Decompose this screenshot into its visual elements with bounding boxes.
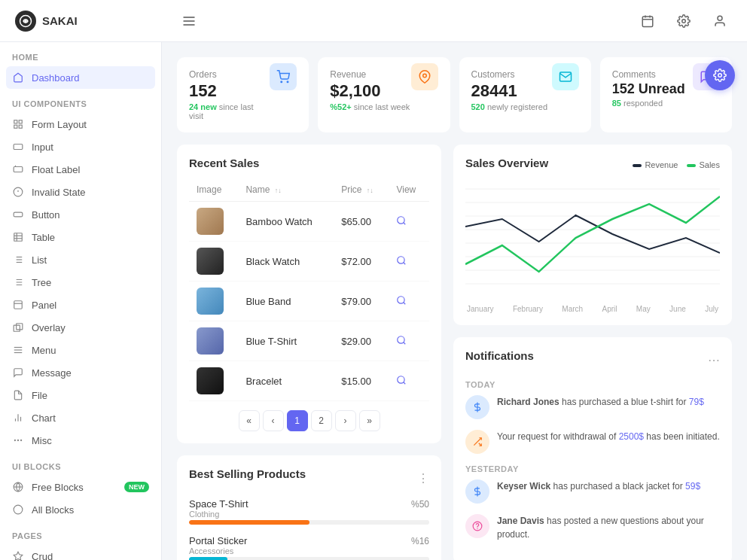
table-icon xyxy=(12,231,24,243)
app-header: SAKAI xyxy=(0,0,747,42)
new-badge: NEW xyxy=(124,482,149,492)
gear-float-button[interactable] xyxy=(705,60,735,90)
sidebar-item-file[interactable]: File xyxy=(0,384,161,406)
svg-point-47 xyxy=(14,505,23,514)
sidebar-item-button[interactable]: Button xyxy=(0,203,161,226)
sidebar-item-invalid-state[interactable]: Invalid State xyxy=(0,181,161,203)
svg-rect-11 xyxy=(14,120,17,123)
hamburger-icon[interactable] xyxy=(177,9,201,33)
sidebar-item-tree[interactable]: Tree xyxy=(0,271,161,294)
notif-avatar-1 xyxy=(465,395,489,419)
product-image xyxy=(197,367,224,394)
svg-point-1 xyxy=(25,20,26,21)
svg-point-42 xyxy=(17,440,18,440)
product-image xyxy=(197,327,224,355)
list-icon xyxy=(12,254,24,266)
notifications-menu[interactable]: ⋯ xyxy=(708,353,720,367)
svg-line-71 xyxy=(404,382,406,384)
sidebar-item-menu[interactable]: Menu xyxy=(0,339,161,361)
x-mar: March xyxy=(562,305,583,313)
view-icon[interactable] xyxy=(396,336,407,348)
calendar-icon[interactable] xyxy=(636,9,660,33)
notifications-title: Notifications xyxy=(465,349,534,362)
sidebar-item-form-layout[interactable]: Form Layout xyxy=(0,113,161,135)
misc-label: Misc xyxy=(32,435,52,446)
revenue-label: Revenue xyxy=(330,69,410,80)
input-icon xyxy=(12,141,24,153)
sidebar-item-list[interactable]: List xyxy=(0,248,161,271)
best-selling-card: Best Selling Products ⋮ Space T-Shirt Cl… xyxy=(177,455,441,560)
invalid-state-label: Invalid State xyxy=(32,187,86,198)
product-price: $65.00 xyxy=(334,202,389,242)
message-icon xyxy=(12,367,24,379)
settings-icon[interactable] xyxy=(672,9,696,33)
sidebar-item-misc[interactable]: Misc xyxy=(0,429,161,452)
overlay-label: Overlay xyxy=(32,322,66,333)
orders-value: 152 xyxy=(189,81,270,101)
sidebar-item-table[interactable]: Table xyxy=(0,226,161,248)
table-row: Bracelet $15.00 xyxy=(189,361,429,401)
sidebar-item-dashboard[interactable]: Dashboard xyxy=(6,66,155,89)
comments-change: 85 responded xyxy=(612,99,685,108)
sidebar-item-chart[interactable]: Chart xyxy=(0,406,161,429)
x-jun: June xyxy=(669,305,686,313)
brand: SAKAI xyxy=(15,11,177,32)
file-icon xyxy=(12,389,24,401)
comments-label: Comments xyxy=(612,69,685,80)
stat-orders: Orders 152 24 new since last visit xyxy=(177,57,309,132)
input-label: Input xyxy=(32,142,53,153)
float-label-label: Float Label xyxy=(32,164,80,175)
misc-icon xyxy=(12,434,24,446)
page-2[interactable]: 2 xyxy=(311,410,332,431)
product-price: $72.00 xyxy=(334,242,389,282)
svg-line-69 xyxy=(404,342,406,344)
sidebar-item-all-blocks[interactable]: All Blocks xyxy=(0,498,161,521)
header-actions xyxy=(636,9,732,33)
button-label: Button xyxy=(32,209,60,221)
view-icon[interactable] xyxy=(396,297,407,308)
product-name: Bamboo Watch xyxy=(238,202,334,242)
sidebar-item-free-blocks[interactable]: Free Blocks NEW xyxy=(0,476,161,498)
product-name: Blue T-Shirt xyxy=(238,321,334,361)
ui-components-label: UI COMPONENTS xyxy=(0,89,161,113)
sidebar-item-crud[interactable]: Crud xyxy=(0,545,161,560)
product-price: $79.00 xyxy=(334,282,389,321)
view-icon[interactable] xyxy=(396,257,407,268)
revenue-change: %52+ since last week xyxy=(330,102,410,111)
progress-fill xyxy=(189,557,227,560)
progress-fill xyxy=(189,520,309,525)
best-selling-menu[interactable]: ⋮ xyxy=(417,471,429,485)
x-may: May xyxy=(636,305,651,313)
product-image xyxy=(197,208,224,235)
profile-icon[interactable] xyxy=(708,9,732,33)
view-icon[interactable] xyxy=(396,217,407,228)
menu-icon xyxy=(12,344,24,356)
customers-value: 28441 xyxy=(471,81,548,101)
page-last[interactable]: » xyxy=(359,410,380,431)
page-first[interactable]: « xyxy=(239,410,260,431)
sidebar-item-input[interactable]: Input xyxy=(0,135,161,158)
page-next[interactable]: › xyxy=(335,410,356,431)
product-pct: %50 xyxy=(411,499,429,510)
list-label: List xyxy=(32,254,47,266)
message-label: Message xyxy=(32,367,72,379)
today-label: TODAY xyxy=(465,380,720,389)
main-content: Orders 152 24 new since last visit Reven… xyxy=(162,42,747,560)
svg-point-9 xyxy=(682,19,686,23)
page-prev[interactable]: ‹ xyxy=(263,410,284,431)
sidebar-item-float-label[interactable]: Float Label xyxy=(0,158,161,181)
sidebar-item-message[interactable]: Message xyxy=(0,361,161,384)
sales-overview-title: Sales Overview xyxy=(465,157,548,169)
page-1[interactable]: 1 xyxy=(287,410,308,431)
form-layout-label: Form Layout xyxy=(32,119,87,130)
svg-point-64 xyxy=(398,256,404,263)
notif-text-3: Keyser Wick has purchased a black jacket… xyxy=(497,479,700,493)
svg-rect-16 xyxy=(14,167,23,172)
view-icon[interactable] xyxy=(396,376,407,388)
sidebar-item-panel[interactable]: Panel xyxy=(0,294,161,316)
list-item: Portal Sticker Accessories %16 xyxy=(189,535,429,560)
button-icon xyxy=(12,208,24,221)
product-category: Accessories xyxy=(189,546,247,555)
sidebar-item-overlay[interactable]: Overlay xyxy=(0,316,161,339)
form-layout-icon xyxy=(12,118,24,130)
